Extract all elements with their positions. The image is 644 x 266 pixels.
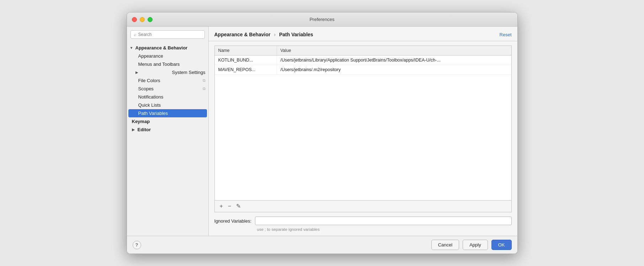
main-header: Appearance & Behavior › Path Variables R… [209,27,517,41]
item-label: Menus and Toolbars [138,62,180,67]
path-variables-table: Name Value KOTLIN_BUND... /Users/jetbrai… [214,46,512,212]
cell-name-0: KOTLIN_BUND... [215,55,277,65]
table-header: Name Value [215,46,511,55]
breadcrumb-current: Path Variables [279,32,313,37]
item-label: File Colors [138,78,160,83]
item-label: Scopes [138,86,154,91]
sidebar: ⌕ ▼ Appearance & Behavior Appearance Men… [127,27,209,236]
sidebar-item-menus-toolbars[interactable]: Menus and Toolbars [127,60,208,68]
table-row[interactable]: KOTLIN_BUND... /Users/jetbrains/Library/… [215,55,511,65]
ok-button[interactable]: OK [491,240,512,250]
sidebar-item-path-variables[interactable]: Path Variables [128,109,207,117]
sidebar-item-system-settings[interactable]: ▶ System Settings [127,68,208,76]
ignored-variables-section: Ignored Variables: use ; to separate ign… [209,212,517,236]
breadcrumb-separator: › [274,32,276,37]
item-label: Path Variables [138,111,168,116]
minimize-button[interactable] [140,17,145,22]
item-label: System Settings [172,70,206,75]
bottom-bar: ? Cancel Apply OK [127,236,517,254]
main-panel: Appearance & Behavior › Path Variables R… [209,27,517,236]
window-title: Preferences [309,17,334,22]
cell-value-1: /Users/jetbrains/.m2/repository [277,65,511,74]
item-label: Appearance [138,53,163,59]
editor-expand-icon: ▶ [132,128,136,132]
ignored-variables-label: Ignored Variables: [214,218,252,224]
keymap-label: Keymap [132,119,150,124]
close-button[interactable] [132,17,137,22]
breadcrumb: Appearance & Behavior › Path Variables [214,32,313,37]
sidebar-tree: ▼ Appearance & Behavior Appearance Menus… [127,42,208,135]
copy-icon: ⧉ [203,78,206,83]
item-label: Notifications [138,94,164,100]
add-button[interactable]: + [218,203,224,210]
cancel-button[interactable]: Cancel [431,240,459,250]
item-label: Quick Lists [138,102,161,108]
sidebar-item-editor[interactable]: ▶ Editor [127,126,208,134]
search-input[interactable] [138,32,202,37]
column-header-name: Name [215,46,277,55]
sidebar-item-scopes[interactable]: Scopes ⧉ [127,85,208,93]
sidebar-item-appearance[interactable]: Appearance [127,52,208,60]
sidebar-item-quick-lists[interactable]: Quick Lists [127,101,208,109]
traffic-lights [132,17,153,22]
cell-value-0: /Users/jetbrains/Library/Application Sup… [277,55,511,65]
sidebar-item-notifications[interactable]: Notifications [127,93,208,101]
expand-icon: ▶ [135,70,138,74]
copy-icon-scopes: ⧉ [203,86,206,91]
edit-button[interactable]: ✎ [235,203,242,210]
apply-button[interactable]: Apply [463,240,488,250]
ignored-variables-input[interactable] [255,217,511,225]
column-header-value: Value [277,46,511,55]
sidebar-item-appearance-behavior[interactable]: ▼ Appearance & Behavior [127,44,208,52]
breadcrumb-section: Appearance & Behavior [214,32,271,37]
sidebar-item-file-colors[interactable]: File Colors ⧉ [127,76,208,85]
maximize-button[interactable] [148,17,153,22]
help-button[interactable]: ? [133,241,141,249]
search-box[interactable]: ⌕ [131,30,205,39]
table-row[interactable]: MAVEN_REPOS... /Users/jetbrains/.m2/repo… [215,65,511,75]
ignored-variables-hint: use ; to separate ignored variables [214,227,512,232]
reset-link[interactable]: Reset [500,32,512,37]
collapse-icon: ▼ [130,46,134,50]
cell-name-1: MAVEN_REPOS... [215,65,277,74]
content-area: ⌕ ▼ Appearance & Behavior Appearance Men… [127,27,517,236]
remove-button[interactable]: − [227,203,233,210]
sidebar-item-keymap[interactable]: Keymap [127,117,208,126]
ignored-variables-row: Ignored Variables: [214,217,512,225]
section-label: Appearance & Behavior [135,45,188,50]
preferences-window: Preferences ⌕ ▼ Appearance & Behavior Ap… [127,12,518,254]
titlebar: Preferences [127,12,517,27]
table-toolbar: + − ✎ [215,200,511,212]
editor-label: Editor [138,127,151,132]
search-icon: ⌕ [134,32,136,37]
table-body: KOTLIN_BUND... /Users/jetbrains/Library/… [215,55,511,200]
